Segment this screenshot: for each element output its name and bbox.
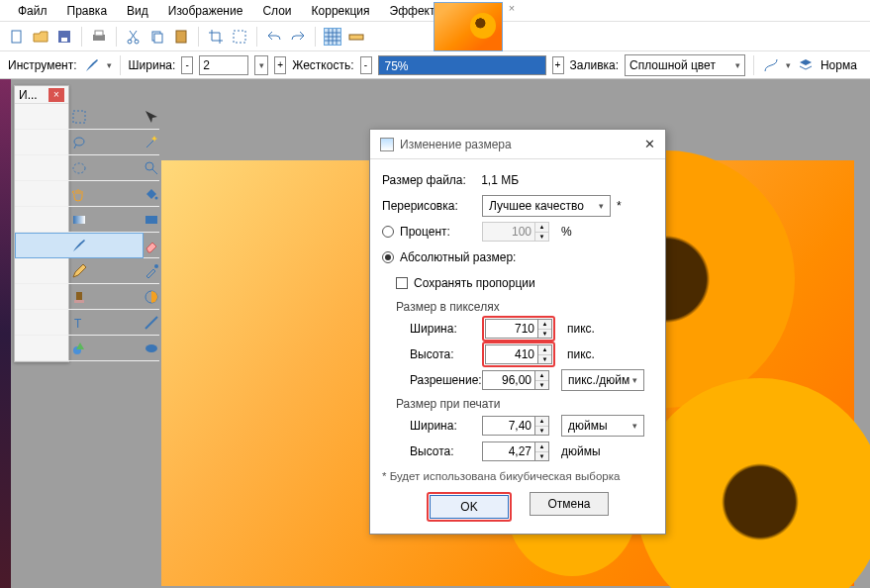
left-decorative-strip xyxy=(0,79,11,588)
tool-eyedropper[interactable] xyxy=(144,258,159,284)
thumbnail-close-icon[interactable]: × xyxy=(505,2,519,16)
print-width-input[interactable]: ▲▼ xyxy=(482,416,549,436)
svg-text:T: T xyxy=(74,317,82,331)
absolute-radio[interactable] xyxy=(382,251,394,263)
tool-ellipse[interactable] xyxy=(144,336,159,361)
hardness-increase-icon[interactable]: + xyxy=(552,56,564,74)
svg-point-14 xyxy=(73,163,85,173)
svg-rect-11 xyxy=(349,35,363,40)
undo-icon[interactable] xyxy=(265,28,283,46)
tool-clone[interactable] xyxy=(15,284,144,310)
tool-rectangle[interactable] xyxy=(144,207,159,233)
hardness-slider[interactable]: 75% xyxy=(378,55,546,75)
asterisk: * xyxy=(617,199,622,213)
document-thumbnail[interactable] xyxy=(434,2,503,51)
resolution-label: Разрешение: xyxy=(410,373,476,387)
toolbox-panel: И... × T xyxy=(14,85,69,362)
tool-eraser[interactable] xyxy=(144,233,159,258)
tool-gradient[interactable] xyxy=(15,207,144,233)
dialog-title: Изменение размера xyxy=(400,138,512,151)
tool-rect-select[interactable] xyxy=(15,104,144,130)
menu-image[interactable]: Изображение xyxy=(158,1,253,21)
filesize-label: Размер файла: xyxy=(382,173,466,187)
tool-magic-wand[interactable] xyxy=(144,130,159,155)
px-unit: пикс. xyxy=(567,322,595,336)
tool-bucket[interactable] xyxy=(144,181,159,207)
tool-ellipse-select[interactable] xyxy=(15,155,144,181)
brush-tool-icon[interactable] xyxy=(83,56,101,74)
resampling-select[interactable]: Лучшее качество▾ xyxy=(482,195,611,217)
resolution-unit-select[interactable]: пикс./дюйм▾ xyxy=(561,369,644,391)
percent-label: Процент: xyxy=(400,225,476,239)
tool-text[interactable]: T xyxy=(15,310,144,336)
image-content xyxy=(636,378,870,588)
hardness-label: Жесткость: xyxy=(292,58,353,72)
tool-zoom[interactable] xyxy=(144,155,159,181)
tool-line[interactable] xyxy=(144,310,159,336)
curve-dropdown-icon[interactable]: ▾ xyxy=(786,60,791,70)
svg-point-25 xyxy=(145,344,157,352)
print-unit: дюймы xyxy=(561,444,601,458)
copy-icon[interactable] xyxy=(148,28,166,46)
svg-rect-10 xyxy=(234,31,245,43)
crop-icon[interactable] xyxy=(207,28,225,46)
pixel-width-input[interactable]: ▲▼ xyxy=(485,319,552,339)
fill-select[interactable]: Сплошной цвет xyxy=(625,54,745,76)
menu-layers[interactable]: Слои xyxy=(252,1,301,21)
print-icon[interactable] xyxy=(90,28,108,46)
curve-icon[interactable] xyxy=(762,56,780,74)
svg-point-13 xyxy=(74,138,84,146)
percent-radio[interactable] xyxy=(382,226,394,238)
grid-icon[interactable] xyxy=(324,28,341,46)
resampling-label: Перерисовка: xyxy=(382,199,476,213)
tool-pencil[interactable] xyxy=(15,258,144,284)
tool-dropdown-icon[interactable]: ▾ xyxy=(107,60,112,70)
brush-width-input[interactable] xyxy=(199,55,248,75)
paste-icon[interactable] xyxy=(172,28,190,46)
ruler-icon[interactable] xyxy=(347,28,365,46)
width-label: Ширина: xyxy=(410,322,476,336)
layers-icon[interactable] xyxy=(797,56,815,74)
tool-move[interactable] xyxy=(144,104,159,130)
width-dropdown-icon[interactable]: ▾ xyxy=(254,55,268,75)
print-width-label: Ширина: xyxy=(410,419,476,433)
resolution-input[interactable]: ▲▼ xyxy=(482,370,549,390)
tool-pan[interactable] xyxy=(15,181,144,207)
print-height-label: Высота: xyxy=(410,444,476,458)
dialog-close-button[interactable]: ✕ xyxy=(644,137,655,151)
cut-icon[interactable] xyxy=(125,28,143,46)
new-file-icon[interactable] xyxy=(8,28,26,46)
tool-shapes[interactable] xyxy=(15,336,144,361)
menu-edit[interactable]: Правка xyxy=(57,1,118,21)
menu-file[interactable]: Файл xyxy=(8,1,57,21)
toolbox-title: И... xyxy=(19,88,38,102)
aspect-label: Сохранять пропорции xyxy=(414,276,535,290)
deselect-icon[interactable] xyxy=(231,28,248,46)
workspace: И... × T xyxy=(0,79,870,588)
aspect-checkbox[interactable] xyxy=(396,277,408,289)
menu-adjust[interactable]: Коррекция xyxy=(302,1,380,21)
px-unit2: пикс. xyxy=(567,347,595,361)
cancel-button[interactable]: Отмена xyxy=(530,492,609,516)
pixel-size-section: Размер в пикселях xyxy=(382,300,653,314)
toolbox-close-button[interactable]: × xyxy=(48,88,64,102)
save-icon[interactable] xyxy=(55,28,73,46)
pixel-height-input[interactable]: ▲▼ xyxy=(485,344,552,364)
svg-rect-17 xyxy=(73,216,85,224)
svg-rect-2 xyxy=(61,38,67,42)
open-file-icon[interactable] xyxy=(32,28,49,46)
menu-view[interactable]: Вид xyxy=(117,1,158,21)
width-decrease-icon[interactable]: - xyxy=(181,56,193,74)
ok-button[interactable]: OK xyxy=(430,495,509,519)
tool-lasso[interactable] xyxy=(15,130,144,155)
percent-unit: % xyxy=(561,225,572,239)
hardness-decrease-icon[interactable]: - xyxy=(360,56,372,74)
print-height-input[interactable]: ▲▼ xyxy=(482,441,549,461)
redo-icon[interactable] xyxy=(289,28,307,46)
fill-label: Заливка: xyxy=(570,58,620,72)
print-width-unit-select[interactable]: дюймы▾ xyxy=(561,415,644,437)
svg-rect-9 xyxy=(176,31,186,43)
tool-paintbrush[interactable] xyxy=(15,233,144,258)
width-increase-icon[interactable]: + xyxy=(274,56,286,74)
tool-recolor[interactable] xyxy=(144,284,159,310)
